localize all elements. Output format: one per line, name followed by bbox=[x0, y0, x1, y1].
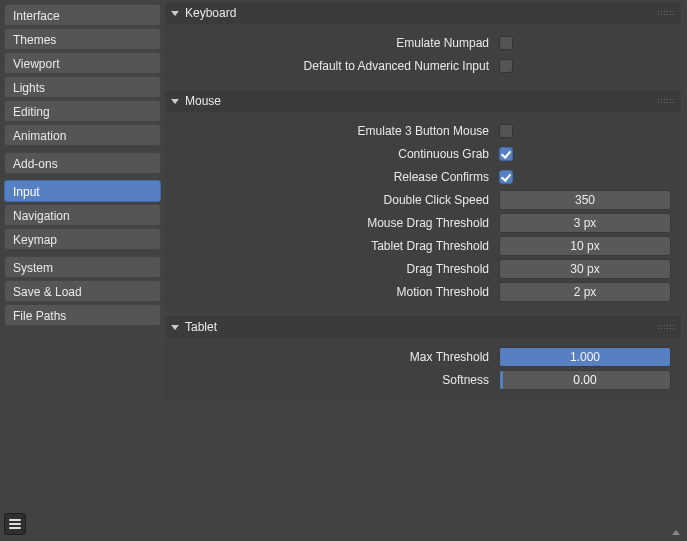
sidebar-group: Add-ons bbox=[4, 152, 161, 174]
drag-grip-icon bbox=[657, 324, 675, 330]
checkbox-advanced-numeric[interactable] bbox=[499, 59, 513, 73]
section-title: Keyboard bbox=[185, 6, 236, 20]
section-body-keyboard: Emulate Numpad Default to Advanced Numer… bbox=[165, 24, 681, 88]
section-header-keyboard[interactable]: Keyboard bbox=[165, 2, 681, 24]
number-field-motion-threshold[interactable]: 2 px bbox=[499, 282, 671, 302]
slider-value: 1.000 bbox=[500, 348, 670, 366]
number-field-tablet-drag-threshold[interactable]: 10 px bbox=[499, 236, 671, 256]
section-body-mouse: Emulate 3 Button Mouse Continuous Grab R… bbox=[165, 112, 681, 314]
disclosure-triangle-icon bbox=[171, 325, 179, 330]
pref-row-release-confirms: Release Confirms bbox=[175, 166, 671, 188]
sidebar-item-system[interactable]: System bbox=[4, 256, 161, 278]
number-field-double-click-speed[interactable]: 350 bbox=[499, 190, 671, 210]
section-body-tablet: Max Threshold 1.000 Softness 0.00 bbox=[165, 338, 681, 402]
section-mouse: Mouse Emulate 3 Button Mouse Continuous … bbox=[165, 90, 681, 314]
pref-label: Max Threshold bbox=[175, 350, 499, 364]
slider-softness[interactable]: 0.00 bbox=[499, 370, 671, 390]
section-keyboard: Keyboard Emulate Numpad Default to Advan… bbox=[165, 2, 681, 88]
pref-label: Tablet Drag Threshold bbox=[175, 239, 499, 253]
pref-row-mouse-drag-threshold: Mouse Drag Threshold 3 px bbox=[175, 212, 671, 234]
pref-row-continuous-grab: Continuous Grab bbox=[175, 143, 671, 165]
pref-row-advanced-numeric: Default to Advanced Numeric Input bbox=[175, 55, 671, 77]
disclosure-triangle-icon bbox=[171, 11, 179, 16]
sidebar-item-file-paths[interactable]: File Paths bbox=[4, 304, 161, 326]
pref-label: Release Confirms bbox=[175, 170, 499, 184]
scroll-cue[interactable] bbox=[669, 527, 683, 537]
checkbox-emulate-3-button-mouse[interactable] bbox=[499, 124, 513, 138]
sidebar-item-save-load[interactable]: Save & Load bbox=[4, 280, 161, 302]
slider-max-threshold[interactable]: 1.000 bbox=[499, 347, 671, 367]
number-field-mouse-drag-threshold[interactable]: 3 px bbox=[499, 213, 671, 233]
pref-row-emulate-numpad: Emulate Numpad bbox=[175, 32, 671, 54]
disclosure-triangle-icon bbox=[171, 99, 179, 104]
sidebar-item-interface[interactable]: Interface bbox=[4, 4, 161, 26]
sidebar-group: SystemSave & LoadFile Paths bbox=[4, 256, 161, 326]
section-tablet: Tablet Max Threshold 1.000 Softness 0.00 bbox=[165, 316, 681, 402]
sidebar-item-viewport[interactable]: Viewport bbox=[4, 52, 161, 74]
pref-label: Emulate 3 Button Mouse bbox=[175, 124, 499, 138]
pref-row-emulate-3btn: Emulate 3 Button Mouse bbox=[175, 120, 671, 142]
pref-label: Mouse Drag Threshold bbox=[175, 216, 499, 230]
pref-row-tablet-drag-threshold: Tablet Drag Threshold 10 px bbox=[175, 235, 671, 257]
number-field-drag-threshold[interactable]: 30 px bbox=[499, 259, 671, 279]
sidebar: InterfaceThemesViewportLightsEditingAnim… bbox=[0, 0, 165, 541]
sidebar-item-keymap[interactable]: Keymap bbox=[4, 228, 161, 250]
sidebar-item-add-ons[interactable]: Add-ons bbox=[4, 152, 161, 174]
drag-grip-icon bbox=[657, 98, 675, 104]
preferences-window: InterfaceThemesViewportLightsEditingAnim… bbox=[0, 0, 687, 541]
sidebar-item-input[interactable]: Input bbox=[4, 180, 161, 202]
pref-label: Default to Advanced Numeric Input bbox=[175, 59, 499, 73]
pref-row-drag-threshold: Drag Threshold 30 px bbox=[175, 258, 671, 280]
pref-row-softness: Softness 0.00 bbox=[175, 369, 671, 391]
pref-row-max-threshold: Max Threshold 1.000 bbox=[175, 346, 671, 368]
pref-label: Softness bbox=[175, 373, 499, 387]
sidebar-item-lights[interactable]: Lights bbox=[4, 76, 161, 98]
section-header-tablet[interactable]: Tablet bbox=[165, 316, 681, 338]
pref-label: Emulate Numpad bbox=[175, 36, 499, 50]
section-title: Tablet bbox=[185, 320, 217, 334]
checkbox-emulate-numpad[interactable] bbox=[499, 36, 513, 50]
sidebar-item-editing[interactable]: Editing bbox=[4, 100, 161, 122]
sidebar-item-navigation[interactable]: Navigation bbox=[4, 204, 161, 226]
section-header-mouse[interactable]: Mouse bbox=[165, 90, 681, 112]
sidebar-groups: InterfaceThemesViewportLightsEditingAnim… bbox=[4, 4, 161, 332]
checkbox-continuous-grab[interactable] bbox=[499, 147, 513, 161]
sidebar-group: InputNavigationKeymap bbox=[4, 180, 161, 250]
pref-row-double-click-speed: Double Click Speed 350 bbox=[175, 189, 671, 211]
sidebar-group: InterfaceThemesViewportLightsEditingAnim… bbox=[4, 4, 161, 146]
section-title: Mouse bbox=[185, 94, 221, 108]
pref-label: Motion Threshold bbox=[175, 285, 499, 299]
drag-grip-icon bbox=[657, 10, 675, 16]
chevron-up-icon bbox=[672, 530, 680, 535]
slider-value: 0.00 bbox=[500, 371, 670, 389]
pref-row-motion-threshold: Motion Threshold 2 px bbox=[175, 281, 671, 303]
pref-label: Continuous Grab bbox=[175, 147, 499, 161]
pref-label: Double Click Speed bbox=[175, 193, 499, 207]
hamburger-menu-button[interactable] bbox=[4, 513, 26, 535]
main-panel: Keyboard Emulate Numpad Default to Advan… bbox=[165, 0, 687, 541]
checkbox-release-confirms[interactable] bbox=[499, 170, 513, 184]
sidebar-item-themes[interactable]: Themes bbox=[4, 28, 161, 50]
pref-label: Drag Threshold bbox=[175, 262, 499, 276]
sidebar-item-animation[interactable]: Animation bbox=[4, 124, 161, 146]
